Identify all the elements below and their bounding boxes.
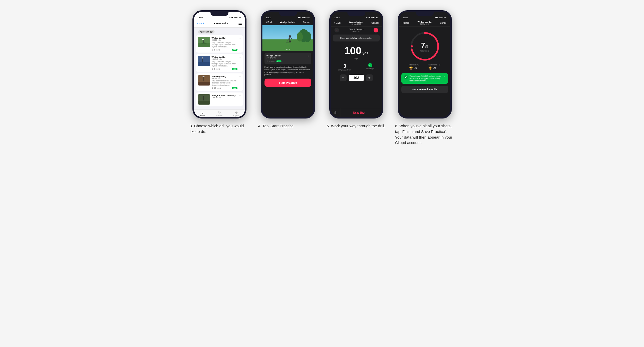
detail-drill-title: Wedge Ladder bbox=[267, 55, 281, 57]
drill-sub-3: 100-140 yds bbox=[212, 97, 237, 98]
next-shot-bar: 🗑 Next Shot → bbox=[331, 108, 382, 117]
success-banner: ✓ 'Wedge Ladder (100-140 yds)' was creat… bbox=[401, 73, 448, 84]
caption-1: 3. Choose which drill you would like to … bbox=[190, 123, 249, 134]
drill-sub-2: 55-100 yds bbox=[212, 78, 237, 79]
minus-button[interactable]: − bbox=[340, 74, 347, 81]
back-button-3[interactable]: < Back bbox=[334, 22, 341, 24]
detail-clock-icon: ⏱ bbox=[267, 61, 268, 62]
nav-bar-4: < Back Wedge Ladder 06 Mar 2023 Cancel bbox=[399, 20, 450, 27]
caption-3: 5. Work your way through the drill. bbox=[327, 123, 386, 129]
battery-4: 46 bbox=[444, 16, 447, 19]
tab-capture[interactable]: ⊕ Capture bbox=[228, 111, 245, 116]
success-text: 'Wedge Ladder (100-140 yds)' was created… bbox=[410, 75, 442, 82]
prev-shot-arrow[interactable]: ← bbox=[334, 28, 339, 32]
pb-row: Previous PB 🏆 -/9 Last month PB 🏆 -/9 bbox=[399, 64, 450, 72]
drill-card-2[interactable]: Pitching String 55-100 yds Hit 1 shot at… bbox=[196, 73, 243, 91]
detail-star[interactable]: ☆ bbox=[307, 55, 309, 57]
prev-pb-num: -/9 bbox=[414, 67, 417, 70]
signal-2: ●●● bbox=[298, 16, 302, 19]
score-total: /9 bbox=[425, 44, 428, 48]
drill-card-0[interactable]: Wedge Ladder 50-100 yds Play 1 shot at e… bbox=[196, 35, 243, 53]
last-month-pb-value: 🏆 -/9 bbox=[428, 66, 440, 70]
svg-rect-7 bbox=[202, 58, 203, 62]
battery-2: 46 bbox=[307, 16, 310, 19]
dot-1 bbox=[286, 49, 287, 50]
drill-card-1[interactable]: Wedge Ladder 100-140 yds Play 1 shot at … bbox=[196, 54, 243, 72]
back-button-1[interactable]: < Back bbox=[197, 22, 204, 25]
cancel-button-4[interactable]: Cancel bbox=[440, 22, 447, 24]
capture-icon: ⊕ bbox=[235, 111, 238, 114]
nav-bar-3: < Back Wedge Ladder 06 Mar 2023 Cancel bbox=[331, 20, 382, 27]
tab-home-label: Home bbox=[200, 115, 205, 116]
drill-desc-1: Play 1 shot at each target yardage. If y… bbox=[212, 61, 237, 67]
phone-3-column: 13:03 ●●● WiFi 46 < Back Wedge Ladder 06… bbox=[327, 10, 386, 129]
phone-notch bbox=[210, 12, 228, 16]
activities-icon: ↻ bbox=[218, 111, 221, 114]
signal-4: ●●● bbox=[435, 16, 438, 19]
battery-icon-1: 46 bbox=[239, 16, 241, 19]
detail-app-badge: APP bbox=[276, 60, 281, 62]
svg-point-28 bbox=[286, 42, 290, 43]
drill-card-3[interactable]: Wedge & Short Iron Play 100-140 yds ☆ bbox=[196, 92, 243, 106]
start-practice-button[interactable]: Start Practice bbox=[264, 79, 311, 87]
status-icons-3: ●●● WiFi 46 bbox=[366, 16, 378, 19]
svg-point-19 bbox=[304, 32, 311, 42]
star-icon-0[interactable]: ☆ bbox=[239, 37, 241, 39]
target-unit: yds bbox=[363, 51, 368, 55]
detail-desc: Play 1 shot at each target yardage. If y… bbox=[264, 66, 311, 76]
score-circle-area: 7/9 Total Score bbox=[399, 27, 450, 64]
hit-row: 3 Difference (yds) ✓ Hit Target bbox=[331, 63, 382, 71]
cancel-button-2[interactable]: Cancel bbox=[303, 21, 310, 23]
drill-thumb-0 bbox=[198, 37, 210, 47]
menu-icon-1[interactable]: ☰ bbox=[238, 21, 242, 26]
last-month-pb: Last month PB 🏆 -/9 bbox=[428, 64, 440, 70]
clock-icon-0: ⏱ bbox=[212, 49, 214, 51]
category-pill[interactable]: Approach 7 bbox=[198, 30, 215, 33]
trophy-icon-2: 🏆 bbox=[428, 66, 432, 70]
tab-activities[interactable]: ↻ Activities bbox=[211, 111, 228, 116]
svg-point-8 bbox=[201, 57, 204, 58]
shots-label-2: 10 shots bbox=[214, 87, 221, 89]
svg-point-20 bbox=[297, 32, 303, 41]
wifi-2: WiFi bbox=[302, 16, 307, 19]
shot-nav: ← Shot 1, 100 yds Score 5/9 → bbox=[331, 27, 382, 33]
trash-button[interactable]: 🗑 bbox=[331, 108, 340, 117]
tab-activities-label: Activities bbox=[216, 115, 223, 116]
time-4: 13:03 bbox=[403, 16, 408, 19]
drill-info-1: Wedge Ladder 100-140 yds Play 1 shot at … bbox=[212, 56, 237, 70]
next-shot-button[interactable]: Next Shot → bbox=[340, 109, 382, 117]
target-display: 100 yds bbox=[331, 45, 382, 57]
signal-3: ●●● bbox=[366, 16, 370, 19]
star-icon-2[interactable]: ☆ bbox=[239, 75, 241, 78]
shots-row-2: ⏱ 10 shots bbox=[212, 87, 221, 89]
back-to-drills-button[interactable]: Back to Practice Drills bbox=[401, 86, 448, 93]
input-value[interactable]: 103 bbox=[349, 75, 364, 81]
svg-point-4 bbox=[202, 39, 204, 40]
previous-pb-value: 🏆 -/9 bbox=[409, 66, 419, 70]
svg-rect-15 bbox=[203, 96, 204, 100]
target-label: Target bbox=[331, 57, 382, 60]
back-button-4[interactable]: < Back bbox=[402, 22, 410, 24]
phone-4-frame: 13:03 ●●● WiFi 46 < Back Wedge Ladder 06… bbox=[398, 10, 452, 119]
drill-footer-2: ⏱ 10 shots APP bbox=[212, 87, 237, 89]
nav-subtitle-3: 06 Mar 2023 bbox=[341, 23, 371, 25]
svg-point-22 bbox=[289, 35, 291, 37]
time-1: 13:02 bbox=[198, 16, 203, 19]
star-icon-3[interactable]: ☆ bbox=[239, 94, 241, 97]
star-icon-1[interactable]: ☆ bbox=[239, 56, 241, 58]
close-banner-button[interactable]: ✕ bbox=[444, 75, 446, 78]
next-shot-arrow[interactable]: → bbox=[374, 28, 378, 32]
tab-bar-1: ⌂ Home ↻ Activities ⊕ Capture bbox=[194, 109, 245, 117]
home-icon: ⌂ bbox=[201, 111, 203, 114]
phone-3-notch bbox=[347, 12, 365, 16]
plus-button[interactable]: + bbox=[366, 74, 373, 81]
svg-point-12 bbox=[202, 76, 205, 77]
phone-1-screen: 13:02 ●●● WiFi 46 < Back APP Practice ☰ bbox=[194, 12, 245, 117]
svg-rect-11 bbox=[204, 77, 204, 81]
phone-1-column: 13:02 ●●● WiFi 46 < Back APP Practice ☰ bbox=[190, 10, 249, 134]
tab-home[interactable]: ⌂ Home bbox=[194, 111, 211, 116]
time-3: 13:03 bbox=[334, 16, 340, 19]
cancel-button-3[interactable]: Cancel bbox=[371, 22, 378, 24]
back-button-2[interactable]: < Back bbox=[266, 21, 273, 23]
caption-2: 4. Tap 'Start Practice'. bbox=[258, 123, 317, 129]
